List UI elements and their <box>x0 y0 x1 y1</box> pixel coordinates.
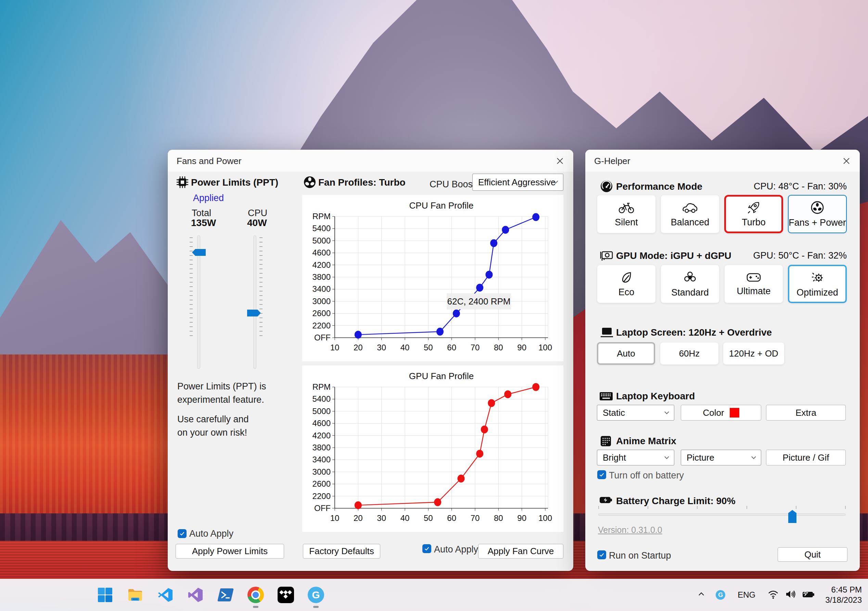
volume-button[interactable] <box>785 589 796 600</box>
close-icon <box>555 157 564 165</box>
svg-text:3800: 3800 <box>313 272 331 281</box>
svg-text:4600: 4600 <box>313 248 331 257</box>
matrix-content-dropdown[interactable]: Picture <box>681 450 761 465</box>
cpu-slider-ticks <box>259 237 262 336</box>
svg-text:90: 90 <box>517 343 526 352</box>
perf-mode-balanced-button[interactable]: Balanced <box>660 195 719 233</box>
check-icon <box>179 531 185 536</box>
power-limits-note-1: Power Limits (PPT) is experimental featu… <box>177 380 266 407</box>
gpu-fan-chart[interactable]: GPU Fan Profile102030405060708090100OFF2… <box>302 365 563 532</box>
screen-auto-button[interactable]: Auto <box>597 342 655 365</box>
keyboard-color-button[interactable]: Color <box>681 405 761 421</box>
total-slider-handle[interactable] <box>192 249 206 256</box>
fans-auto-apply-checkbox[interactable] <box>422 544 431 553</box>
close-icon <box>842 157 851 165</box>
tidal-button[interactable] <box>277 587 294 603</box>
matrix-brightness-value: Bright <box>603 452 626 463</box>
power-limits-note-2: Use carefully and on your own risk! <box>177 413 249 439</box>
perf-mode-turbo-button[interactable]: Turbo <box>724 195 783 233</box>
cpu-boost-dropdown[interactable]: Efficient Aggressive <box>472 174 563 191</box>
svg-text:5000: 5000 <box>313 236 331 245</box>
svg-text:20: 20 <box>353 513 363 522</box>
taskbar: G G ENG <box>0 579 868 611</box>
cpu-slider-handle[interactable] <box>247 309 261 316</box>
screen-60hz-button[interactable]: 60Hz <box>660 342 719 365</box>
battery-button[interactable] <box>802 590 815 600</box>
gpu-temp-fan-stats: GPU: 50°C - Fan: 32% <box>753 250 847 261</box>
apply-fan-curve-button[interactable]: Apply Fan Curve <box>478 544 563 558</box>
cpu-fan-tooltip: 62C, 2400 RPM <box>447 294 511 309</box>
windows-start-icon <box>97 587 113 603</box>
keyboard-mode-value: Static <box>603 407 625 418</box>
matrix-brightness-dropdown[interactable]: Bright <box>597 450 674 465</box>
battery-slider-track[interactable] <box>598 513 846 516</box>
svg-text:40: 40 <box>400 343 410 352</box>
power-limits-status: Applied <box>193 191 224 205</box>
gpu-card-icon <box>600 250 614 262</box>
perf-mode-silent-button[interactable]: Silent <box>597 195 656 233</box>
svg-text:3400: 3400 <box>313 455 331 464</box>
svg-text:5000: 5000 <box>313 407 331 416</box>
svg-text:3400: 3400 <box>313 284 331 294</box>
chevron-up-icon <box>696 589 706 599</box>
svg-text:2600: 2600 <box>313 309 331 318</box>
gpu-mode-standard-button[interactable]: Standard <box>660 265 719 303</box>
svg-text:60: 60 <box>447 343 456 352</box>
svg-text:2200: 2200 <box>313 321 331 330</box>
check-icon <box>599 552 604 558</box>
ghelper-titlebar[interactable]: G-Helper <box>585 150 860 172</box>
matrix-picture-gif-button[interactable]: Picture / Gif <box>766 450 846 465</box>
powershell-icon <box>217 588 234 602</box>
tray-ghelper-icon[interactable]: G <box>716 590 725 600</box>
visual-studio-icon <box>188 587 203 603</box>
svg-text:OFF: OFF <box>314 504 331 513</box>
cpu-slider-track[interactable] <box>253 235 256 369</box>
language-indicator[interactable]: ENG <box>738 590 755 600</box>
gpu-mode-eco-button[interactable]: Eco <box>597 265 656 303</box>
svg-text:50: 50 <box>424 513 433 522</box>
factory-defaults-button[interactable]: Factory Defaults <box>303 544 380 558</box>
vscode-icon <box>157 587 173 603</box>
tray-chevron-button[interactable] <box>696 589 706 600</box>
leaf-icon <box>620 271 633 284</box>
run-on-startup-checkbox[interactable] <box>597 550 606 559</box>
keyboard-mode-dropdown[interactable]: Static <box>597 405 674 421</box>
screen-120hz-od-button[interactable]: 120Hz + OD <box>723 342 784 365</box>
tile-label: Standard <box>671 288 709 298</box>
turn-off-on-battery-checkbox[interactable] <box>597 470 606 479</box>
ghelper-window: G-Helper Performance Mode CPU: 48°C - Fa… <box>585 150 860 571</box>
keyboard-icon <box>599 390 613 402</box>
vscode-button[interactable] <box>157 587 174 603</box>
power-auto-apply-checkbox[interactable] <box>178 529 186 538</box>
svg-text:40: 40 <box>400 513 410 522</box>
gamepad-icon <box>746 272 761 283</box>
keyboard-extra-button[interactable]: Extra <box>766 405 846 421</box>
battery-slider-handle[interactable] <box>788 510 797 523</box>
cpu-fan-chart[interactable]: CPU Fan Profile102030405060708090100OFF2… <box>302 195 563 361</box>
ghelper-close-button[interactable] <box>841 155 852 167</box>
gpu-mode-ultimate-button[interactable]: Ultimate <box>724 265 783 303</box>
perf-mode-fans-power-button[interactable]: Fans + Power <box>788 195 847 233</box>
svg-text:100: 100 <box>538 513 552 522</box>
svg-text:20: 20 <box>353 343 363 352</box>
svg-text:2200: 2200 <box>313 491 331 501</box>
chevron-down-icon <box>552 180 559 185</box>
version-link[interactable]: Version: 0.31.0.0 <box>598 525 662 535</box>
apply-power-limits-button[interactable]: Apply Power Limits <box>175 544 284 558</box>
svg-text:30: 30 <box>377 343 386 352</box>
quit-button[interactable]: Quit <box>778 547 848 562</box>
fans-window-titlebar[interactable]: Fans and Power <box>168 150 573 172</box>
fans-window-close-button[interactable] <box>554 155 566 167</box>
total-value: 135W <box>191 218 216 229</box>
gpu-mode-optimized-button[interactable]: Optimized <box>788 265 847 303</box>
ghelper-taskbar-button[interactable]: G <box>308 587 324 603</box>
battery-charge-icon <box>599 495 613 505</box>
visual-studio-button[interactable] <box>187 587 204 603</box>
start-button[interactable] <box>97 587 113 603</box>
wifi-button[interactable] <box>768 589 779 600</box>
laptop-keyboard-header: Laptop Keyboard <box>616 391 695 402</box>
file-explorer-button[interactable] <box>127 587 143 603</box>
clock[interactable]: 6:45 PM 3/18/2023 <box>825 585 862 605</box>
powershell-button[interactable] <box>217 587 234 603</box>
chrome-button[interactable] <box>248 587 264 603</box>
